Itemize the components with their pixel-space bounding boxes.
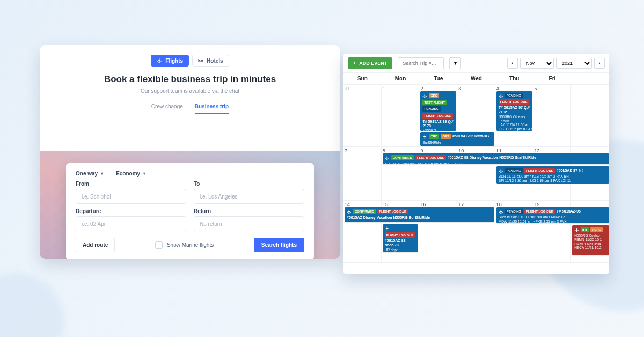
day-cell[interactable] bbox=[571, 85, 609, 146]
flightlog-badge: FLIGHT LOG DUE bbox=[524, 209, 555, 214]
event-title: #5015AZ-92 N555RG bbox=[452, 134, 489, 138]
from-input[interactable] bbox=[76, 189, 186, 204]
event-tail: TEB 11/11 8:00 am › PBI 10:15 am 5 PAX F… bbox=[385, 162, 464, 164]
week-row-3: 14 15 16 17 18 19 CONFIRMED FLIGHT LOG D… bbox=[343, 201, 609, 263]
airplane-icon bbox=[157, 58, 162, 63]
return-input[interactable] bbox=[194, 216, 304, 231]
pill-flights-label: Flights bbox=[165, 58, 183, 64]
search-trip-input[interactable] bbox=[398, 57, 444, 69]
tab-business-trip[interactable]: Business trip bbox=[195, 104, 229, 114]
airplane-icon bbox=[499, 209, 503, 214]
flightlog-badge: FLIGHT LOG DUE bbox=[377, 209, 408, 214]
cal-next-button[interactable]: › bbox=[594, 58, 605, 69]
flights-tab-pill[interactable]: Flights bbox=[151, 55, 189, 67]
bed-icon bbox=[198, 58, 203, 63]
airplane-icon bbox=[422, 134, 427, 139]
cabin-select[interactable]: Economy ▾ bbox=[116, 171, 145, 177]
event-subtitle: N555RG O'Leary Family bbox=[499, 115, 530, 123]
pending-badge: PENDING bbox=[505, 168, 523, 173]
search-form: One way ▾ Economy ▾ From To bbox=[66, 163, 314, 259]
event-title: #5015AZ-87 bbox=[557, 169, 577, 173]
event-card[interactable]: FLIGHT LOG DUE #5015AZ-88 N555RG HR dept… bbox=[383, 224, 419, 252]
repo-badge: REPO bbox=[590, 227, 603, 232]
to-input[interactable] bbox=[194, 189, 304, 204]
airplane-icon bbox=[499, 93, 503, 98]
dow-mon: Mon bbox=[382, 73, 420, 84]
chevron-down-icon: ▾ bbox=[143, 171, 145, 176]
chevron-down-icon: ▾ bbox=[101, 171, 103, 176]
flightlog-badge: FLIGHT LOG DUE bbox=[499, 99, 529, 105]
pending-badge: PENDING bbox=[505, 209, 523, 214]
pending-badge: PENDING bbox=[422, 106, 440, 112]
crd-badge: CRD bbox=[429, 134, 439, 139]
calendar-card: + ADD EVENT ▾ ‹ Nov 2021 › Sun Mon Tue W… bbox=[343, 54, 609, 274]
airplane-icon bbox=[385, 156, 390, 160]
event-subtitle: N555RG Costco bbox=[574, 233, 607, 238]
airplane-icon bbox=[347, 209, 352, 214]
page-title: Book a flexible business trip in minutes bbox=[40, 74, 340, 85]
airplane-icon bbox=[574, 228, 579, 232]
search-dropdown[interactable]: ▾ bbox=[449, 57, 461, 69]
event-card[interactable]: CRD OPS #5015AZ-92 N555RG SurfSkiRide BD… bbox=[420, 132, 494, 146]
day-cell[interactable]: 7 bbox=[343, 147, 382, 200]
tab-crew-change[interactable]: Crew change bbox=[151, 104, 183, 114]
to-label: To bbox=[194, 181, 304, 187]
event-title: T# 5015AZ-97 Q.# 2182 bbox=[499, 106, 530, 115]
event-title: #5015AZ-88 N555RG bbox=[385, 239, 416, 248]
event-card[interactable]: ■ ■ REPO N555RG Costco FBMN 11/20 10:1 F… bbox=[572, 225, 609, 255]
year-select[interactable]: 2021 bbox=[556, 58, 592, 69]
search-flights-button[interactable]: Search flights bbox=[254, 238, 304, 252]
add-route-button[interactable]: Add route bbox=[76, 238, 115, 252]
marine-checkbox[interactable] bbox=[155, 241, 163, 249]
trip-type-select[interactable]: One way ▾ bbox=[76, 171, 103, 177]
departure-input[interactable] bbox=[76, 216, 186, 231]
dow-fri: Fri bbox=[533, 73, 572, 84]
event-card[interactable]: PENDING FLIGHT LOG DUE #5015AZ-87 N5 BDN… bbox=[496, 166, 609, 184]
hotels-tab-pill[interactable]: Hotels bbox=[192, 55, 229, 67]
calendar-day-header: Sun Mon Tue Wed Thu Fri bbox=[343, 73, 609, 85]
dow-sun: Sun bbox=[343, 73, 382, 84]
event-subtitle: HR dept. bbox=[385, 248, 416, 252]
day-cell[interactable]: 1 bbox=[382, 85, 420, 146]
pending-badge: PENDING bbox=[505, 93, 523, 98]
plus-icon: + bbox=[353, 61, 356, 66]
airplane-icon bbox=[385, 226, 390, 231]
dow-wed: Wed bbox=[457, 73, 495, 84]
booking-card: Flights Hotels Book a flexible business … bbox=[40, 45, 340, 259]
confirmed-badge: CONFIRMED bbox=[353, 209, 376, 214]
flightlog-badge: FLIGHT LOG DUE bbox=[415, 155, 446, 160]
dow-tue: Tue bbox=[419, 73, 457, 84]
airplane-icon bbox=[422, 93, 427, 98]
flightlog-badge: FLIGHT LOG DUE bbox=[524, 168, 555, 173]
day-cell[interactable]: 31 bbox=[343, 85, 382, 146]
pill-hotels-label: Hotels bbox=[207, 58, 223, 64]
confirmed-badge-sm: ■ ■ bbox=[581, 227, 589, 232]
cabin-label: Economy bbox=[116, 171, 140, 177]
week-row-1: 31 1 2 3 4 5 CRD TEST FLIGHT PENDING F bbox=[343, 85, 609, 147]
trip-type-label: One way bbox=[76, 171, 98, 177]
cal-prev-button[interactable]: ‹ bbox=[507, 58, 518, 69]
event-card[interactable]: CONFIRMED FLIGHT LOG DUE #5015AZ Disney … bbox=[345, 207, 494, 222]
event-card[interactable]: PENDING FLIGHT LOG DUE T# 5015AZ-95 Surf… bbox=[496, 207, 609, 223]
from-label: From bbox=[76, 181, 186, 187]
event-subtitle: N555RG SurfSkiRide bbox=[422, 129, 454, 131]
event-card[interactable]: CONFIRMED FLIGHT LOG DUE #5015AZ-98 Disn… bbox=[383, 153, 609, 164]
week-row-2: 7 8 9 10 11 12 CONFIRMED FLIGHT LOG DUE … bbox=[343, 147, 609, 201]
day-cell[interactable]: 5 bbox=[533, 85, 572, 146]
event-title: T# 5015AZ-89 Q.# 2178 bbox=[422, 120, 454, 129]
event-card[interactable]: PENDING FLIGHT LOG DUE T# 5015AZ-97 Q.# … bbox=[496, 91, 532, 131]
airplane-icon bbox=[499, 169, 503, 173]
departure-label: Departure bbox=[76, 208, 186, 214]
event-card[interactable]: CRD TEST FLIGHT PENDING FLIGHT LOG DUE T… bbox=[420, 91, 456, 131]
marine-label: Show Marine flights bbox=[167, 242, 214, 248]
add-event-button[interactable]: + ADD EVENT bbox=[348, 57, 392, 69]
event-title: #5015AZ Disney Vacation N555RG SurfSkiRi… bbox=[347, 216, 430, 220]
page-subtitle: Our support team is available via the ch… bbox=[40, 88, 340, 94]
crd-badge: CRD bbox=[429, 93, 439, 98]
return-label: Return bbox=[194, 208, 304, 214]
event-subtitle: SurfSkiRide bbox=[422, 141, 441, 145]
test-flight-badge: TEST FLIGHT bbox=[422, 100, 447, 105]
flightlog-badge: FLIGHT LOG DUE bbox=[422, 113, 453, 119]
month-select[interactable]: Nov bbox=[520, 58, 554, 69]
event-title: T# 5015AZ-95 bbox=[557, 209, 581, 214]
